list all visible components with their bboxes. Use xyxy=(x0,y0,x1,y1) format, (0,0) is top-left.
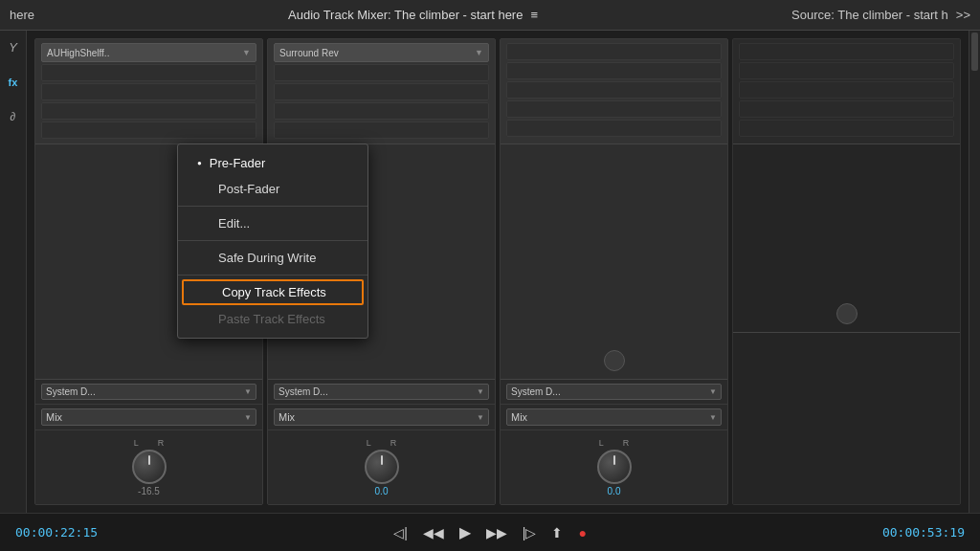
output-label-2: System D... xyxy=(278,386,328,397)
track-column-3: System D... ▼ Mix ▼ L R 0.0 xyxy=(500,38,728,505)
fx-slot-3-5[interactable] xyxy=(506,120,722,137)
fx-slot-4-1[interactable] xyxy=(739,43,954,60)
knob-label-L-2: L xyxy=(367,438,371,448)
send-section-4 xyxy=(733,144,960,333)
tracks-area: AUHighShelff.. ▼ System D... ▼ Mix ▼ xyxy=(27,31,969,513)
knob-label-R-1: R xyxy=(158,438,165,448)
output-dropdown-1[interactable]: System D... ▼ xyxy=(41,384,256,400)
knob-value-3: 0.0 xyxy=(608,486,621,496)
fx-slot-1-4[interactable] xyxy=(41,102,256,120)
fx-section-4 xyxy=(733,39,960,144)
transport-bar: 00:00:22:15 ◁| ◀◀ ▶ ▶▶ |▷ ⬆ ● 00:00:53:1… xyxy=(0,513,980,551)
fx-slot-2-3[interactable] xyxy=(274,83,489,100)
main-area: Y fx ∂ AUHighShelff.. ▼ System D... xyxy=(0,31,980,513)
play-button[interactable]: ▶ xyxy=(459,523,471,541)
fx-slot-4-3[interactable] xyxy=(739,81,954,99)
context-menu-divider-3 xyxy=(178,275,368,276)
send-section-3 xyxy=(501,144,727,380)
knob-label-L-1: L xyxy=(134,438,139,448)
menu-icon[interactable]: ≡ xyxy=(530,8,538,22)
fx-slot-2-2[interactable] xyxy=(274,64,489,81)
record-button[interactable]: ● xyxy=(578,525,586,540)
mix-label-3: Mix xyxy=(511,411,527,423)
fx-slot-1-2[interactable] xyxy=(41,64,256,81)
fx-slot-3-4[interactable] xyxy=(506,100,722,118)
mix-section-2: Mix ▼ xyxy=(268,405,495,430)
transport-time-right: 00:00:53:19 xyxy=(869,525,965,540)
edit-label: Edit... xyxy=(218,216,250,231)
context-menu-item-edit[interactable]: Edit... xyxy=(178,210,368,236)
knob-labels-1: L R xyxy=(134,438,165,448)
knob-label-L-3: L xyxy=(599,438,604,448)
step-forward-button[interactable]: ▶▶ xyxy=(486,525,507,540)
fx-slot-2-1[interactable]: Surround Rev ▼ xyxy=(274,43,489,62)
fx-section-1: AUHighShelff.. ▼ xyxy=(35,39,262,144)
mix-chevron-1: ▼ xyxy=(244,413,252,422)
volume-knob-3[interactable] xyxy=(597,450,632,484)
top-bar-left-text: here xyxy=(10,8,34,22)
output-label-3: System D... xyxy=(511,386,561,397)
mix-label-2: Mix xyxy=(278,411,295,423)
knob-value-1: -16.5 xyxy=(138,486,160,496)
context-menu-item-pre-fader[interactable]: ● Pre-Fader xyxy=(178,150,368,176)
knob-label-R-3: R xyxy=(623,438,630,448)
out-point-button[interactable]: |▷ xyxy=(523,525,537,540)
fx-slot-1-3[interactable] xyxy=(41,83,256,100)
volume-section-2: L R 0.0 xyxy=(268,430,495,504)
fx-slot-2-4[interactable] xyxy=(274,102,489,120)
knob-container-2: L R 0.0 xyxy=(365,438,399,496)
pre-fader-label: Pre-Fader xyxy=(210,156,266,170)
mixer-title: Audio Track Mixer: The climber - start h… xyxy=(288,8,523,22)
fx-slot-2-1-chevron: ▼ xyxy=(475,48,483,57)
volume-knob-1[interactable] xyxy=(132,450,167,484)
context-menu-item-safe-during-write[interactable]: Safe During Write xyxy=(178,245,368,271)
volume-section-3: L R 0.0 xyxy=(501,430,727,504)
fx-slot-1-5[interactable] xyxy=(41,121,256,139)
mix-section-1: Mix ▼ xyxy=(35,405,262,430)
sidebar-delta-icon: ∂ xyxy=(11,110,16,123)
transport-time-left: 00:00:22:15 xyxy=(15,525,111,540)
fx-slot-4-4[interactable] xyxy=(739,100,954,118)
knob-label-R-2: R xyxy=(390,438,397,448)
fx-slot-3-1[interactable] xyxy=(506,43,722,60)
output-section-2: System D... ▼ xyxy=(268,380,495,405)
fx-slot-3-3[interactable] xyxy=(506,81,722,99)
transport-controls: ◁| ◀◀ ▶ ▶▶ |▷ ⬆ ● xyxy=(111,523,869,541)
context-menu-item-copy-track-effects[interactable]: Copy Track Effects xyxy=(182,279,364,305)
mix-dropdown-1[interactable]: Mix ▼ xyxy=(41,408,256,426)
fx-slot-1-1[interactable]: AUHighShelff.. ▼ xyxy=(41,43,256,62)
context-menu-divider-2 xyxy=(178,240,368,241)
post-fader-label: Post-Fader xyxy=(218,182,279,196)
top-bar-right-text: Source: The climber - start h xyxy=(791,8,948,22)
fx-label: fx xyxy=(3,74,24,91)
send-circle-3 xyxy=(604,350,625,371)
knob-container-3: L R 0.0 xyxy=(597,438,632,496)
knob-labels-2: L R xyxy=(367,438,397,448)
mix-label-1: Mix xyxy=(46,411,62,423)
send-circle-4 xyxy=(836,303,858,324)
safe-during-write-label: Safe During Write xyxy=(218,251,316,265)
knob-value-2: 0.0 xyxy=(375,486,389,496)
fx-slot-3-2[interactable] xyxy=(506,62,722,79)
step-back-button[interactable]: ◀◀ xyxy=(423,525,444,540)
top-bar-arrows[interactable]: >> xyxy=(956,8,970,22)
fx-slot-4-5[interactable] xyxy=(739,120,954,137)
output-chevron-1: ▼ xyxy=(244,387,252,396)
volume-knob-2[interactable] xyxy=(365,450,399,484)
fx-slot-2-5[interactable] xyxy=(274,121,489,139)
fx-section-3 xyxy=(501,39,727,144)
fx-slot-4-2[interactable] xyxy=(739,62,954,79)
export-button[interactable]: ⬆ xyxy=(551,525,563,540)
fx-slot-1-1-label: AUHighShelff.. xyxy=(47,48,109,58)
mix-dropdown-2[interactable]: Mix ▼ xyxy=(274,408,489,426)
fx-section-2: Surround Rev ▼ xyxy=(268,39,495,144)
sidebar-y-icon: Y xyxy=(9,40,17,55)
mix-dropdown-3[interactable]: Mix ▼ xyxy=(506,408,722,426)
right-scrollbar[interactable] xyxy=(969,31,980,513)
rewind-to-in-button[interactable]: ◁| xyxy=(393,525,408,540)
context-menu-item-paste-track-effects[interactable]: Paste Track Effects xyxy=(178,306,368,332)
output-dropdown-3[interactable]: System D... ▼ xyxy=(506,384,722,400)
context-menu-item-post-fader[interactable]: Post-Fader xyxy=(178,176,368,202)
copy-track-effects-label: Copy Track Effects xyxy=(222,285,326,299)
output-dropdown-2[interactable]: System D... ▼ xyxy=(274,384,489,400)
